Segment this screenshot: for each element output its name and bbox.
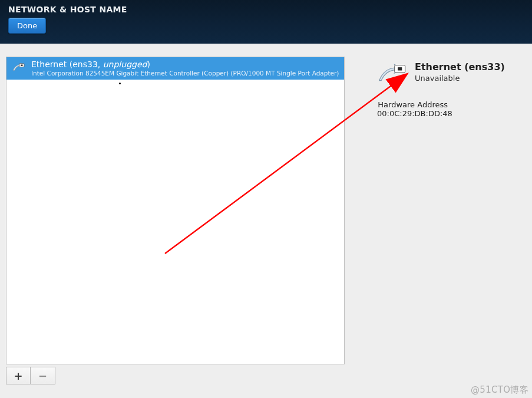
done-button[interactable]: Done bbox=[8, 18, 46, 34]
add-remove-toolbar: + − bbox=[6, 367, 55, 384]
header-bar: NETWORK & HOST NAME Done bbox=[0, 0, 532, 44]
hardware-address-label: Hardware Address bbox=[377, 100, 448, 109]
device-name-prefix: Ethernet ( bbox=[31, 60, 72, 69]
device-description: Intel Corporation 82545EM Gigabit Ethern… bbox=[31, 70, 339, 77]
device-state: unplugged bbox=[103, 60, 147, 69]
svg-rect-3 bbox=[398, 67, 402, 70]
device-list-panel: Ethernet (ens33, unplugged) Intel Corpor… bbox=[6, 57, 345, 364]
hardware-address-row: Hardware Address 00:0C:29:DB:DD:48 bbox=[377, 100, 524, 118]
device-text: Ethernet (ens33, unplugged) Intel Corpor… bbox=[31, 60, 339, 77]
page-title: NETWORK & HOST NAME bbox=[8, 5, 524, 14]
content-area: Ethernet (ens33, unplugged) Intel Corpor… bbox=[0, 44, 532, 398]
device-details: Ethernet (ens33) Unavailable Hardware Ad… bbox=[377, 61, 524, 118]
device-name-line: Ethernet (ens33, unplugged) bbox=[31, 60, 339, 70]
svg-rect-1 bbox=[21, 65, 22, 66]
details-title: Ethernet (ens33) bbox=[415, 61, 505, 73]
add-device-button[interactable]: + bbox=[6, 367, 31, 384]
remove-device-button[interactable]: − bbox=[31, 367, 55, 384]
device-name-suffix: ) bbox=[147, 60, 150, 69]
device-interface: ens33 bbox=[72, 60, 98, 69]
hardware-address-value: 00:0C:29:DB:DD:48 bbox=[377, 109, 452, 118]
ethernet-icon bbox=[377, 61, 409, 85]
watermark: @51CTO博客 bbox=[471, 384, 528, 396]
cursor-dot bbox=[119, 83, 121, 84]
ethernet-icon bbox=[11, 61, 27, 76]
device-sep: , bbox=[98, 60, 103, 69]
device-list-item[interactable]: Ethernet (ens33, unplugged) Intel Corpor… bbox=[6, 57, 344, 80]
details-header: Ethernet (ens33) Unavailable bbox=[377, 61, 524, 85]
details-status: Unavailable bbox=[415, 74, 505, 83]
